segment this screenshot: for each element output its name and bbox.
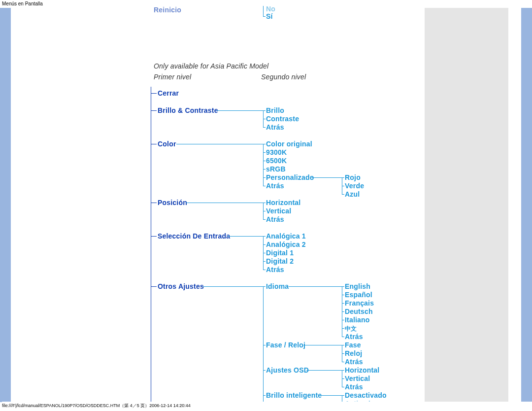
fase-atras: Atrás bbox=[345, 358, 363, 366]
ent-dig1: Digital 1 bbox=[266, 249, 294, 257]
col2-header: Segundo nivel bbox=[261, 73, 306, 81]
l1-brillo-contraste: Brillo & Contraste bbox=[158, 106, 218, 114]
left-blue-bar bbox=[0, 8, 11, 402]
pos-vert: Vertical bbox=[266, 207, 291, 215]
color-sub-atras: Atrás bbox=[266, 182, 284, 190]
l1-color: Color bbox=[158, 140, 176, 148]
pos-horiz: Horizontal bbox=[266, 199, 300, 206]
osd-atras: Atrás bbox=[345, 383, 363, 391]
page-title: Menús en Pantalla bbox=[2, 0, 43, 7]
color-sub-9300: 9300K bbox=[266, 148, 287, 156]
otros-fase: Fase / Reloj bbox=[266, 341, 305, 349]
right-grey-col bbox=[425, 8, 508, 402]
ent-ana2: Analógica 2 bbox=[266, 240, 306, 248]
brillo-sub-contraste: Contraste bbox=[266, 115, 299, 123]
color-sub-srgb: sRGB bbox=[266, 165, 286, 173]
l1-posicion: Posición bbox=[158, 199, 187, 206]
cut-reinicio: Reinicio bbox=[154, 6, 181, 14]
l1-entrada: Selección De Entrada bbox=[158, 232, 230, 240]
page-body: Reinicio No Sí Only available for Asia P… bbox=[0, 8, 532, 402]
header-note: Only available for Asia Pacific Model bbox=[154, 62, 268, 70]
ent-ana1: Analógica 1 bbox=[266, 232, 306, 240]
otros-osd: Ajustes OSD bbox=[266, 366, 309, 374]
fase-reloj: Reloj bbox=[345, 349, 362, 357]
l1-otros: Otros Ajustes bbox=[158, 282, 204, 290]
color-sub-6500: 6500K bbox=[266, 157, 287, 165]
lang-es: Español bbox=[345, 291, 372, 299]
bi-desact: Desactivado bbox=[345, 391, 387, 399]
color3-verde: Verde bbox=[345, 182, 364, 190]
lang-de: Deutsch bbox=[345, 308, 373, 315]
cut-si: Sí bbox=[266, 12, 273, 20]
lang-en: English bbox=[345, 282, 370, 290]
lang-fr: Français bbox=[345, 299, 374, 307]
pos-atras: Atrás bbox=[266, 215, 284, 223]
osd-vert: Vertical bbox=[345, 375, 370, 382]
ent-atras: Atrás bbox=[266, 266, 284, 274]
lang-zh: 中文 bbox=[345, 325, 357, 333]
l1-cerrar: Cerrar bbox=[158, 89, 179, 97]
right-blue-bar bbox=[521, 8, 532, 402]
color3-azul: Azul bbox=[345, 190, 360, 198]
otros-idioma: Idioma bbox=[266, 282, 289, 290]
otros-brillo-int: Brillo inteligente bbox=[266, 391, 322, 399]
lang-atras: Atrás bbox=[345, 333, 363, 341]
fase-fase: Fase bbox=[345, 341, 361, 349]
brillo-sub-brillo: Brillo bbox=[266, 106, 284, 114]
osd-horiz: Horizontal bbox=[345, 366, 379, 374]
content-area: Reinicio No Sí Only available for Asia P… bbox=[16, 8, 425, 402]
color3-rojo: Rojo bbox=[345, 173, 361, 181]
color-sub-personal: Personalizado bbox=[266, 173, 314, 181]
ent-dig2: Digital 2 bbox=[266, 257, 294, 265]
footer-path: file:///F|/lcd/manual/ESPANOL/190P7/OSD/… bbox=[2, 402, 532, 410]
cut-no: No bbox=[266, 5, 275, 13]
color-sub-original: Color original bbox=[266, 140, 312, 148]
col1-header: Primer nivel bbox=[154, 73, 191, 81]
brillo-sub-atras: Atrás bbox=[266, 123, 284, 131]
lang-it: Italiano bbox=[345, 316, 370, 324]
